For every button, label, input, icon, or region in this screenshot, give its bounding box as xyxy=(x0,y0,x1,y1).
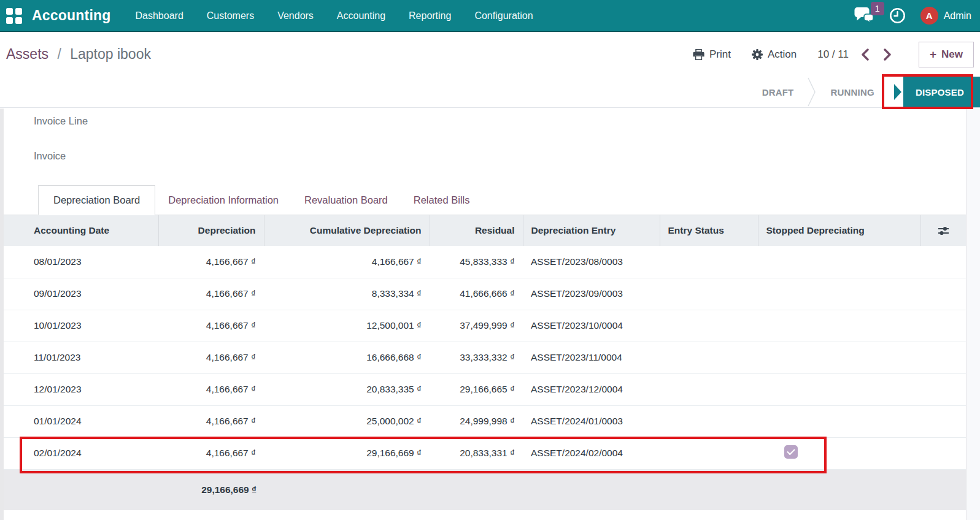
cell-accounting-date[interactable]: 01/01/2024 xyxy=(4,405,158,437)
cell-stopped-depreciating[interactable] xyxy=(758,246,920,278)
menu-item-accounting[interactable]: Accounting xyxy=(337,10,385,21)
stopped-depreciating-checkbox[interactable] xyxy=(784,445,798,459)
cell-residual[interactable]: 33,333,332 ₫ xyxy=(430,342,523,373)
cell-stopped-depreciating[interactable] xyxy=(758,342,920,373)
tab-revaluation-board[interactable]: Revaluation Board xyxy=(291,186,401,215)
table-row[interactable]: 01/01/2024 4,166,667 ₫ 25,000,002 ₫ 24,9… xyxy=(4,405,966,437)
apps-menu-icon[interactable] xyxy=(6,8,22,24)
pager-next-button[interactable] xyxy=(882,47,893,62)
pager: 10 / 11 xyxy=(817,47,893,62)
cell-cumulative-depreciation[interactable]: 25,000,002 ₫ xyxy=(264,405,430,437)
activities-clock-icon[interactable] xyxy=(889,7,906,24)
print-button[interactable]: Print xyxy=(693,48,731,61)
column-depreciation-entry[interactable]: Depreciation Entry xyxy=(523,215,660,246)
cell-depreciation-entry[interactable]: ASSET/2023/11/0004 xyxy=(523,342,660,373)
cell-depreciation[interactable]: 4,166,667 ₫ xyxy=(158,310,264,342)
cell-residual[interactable]: 45,833,333 ₫ xyxy=(430,246,523,278)
table-row[interactable]: 08/01/2023 4,166,667 ₫ 4,166,667 ₫ 45,83… xyxy=(4,246,966,278)
table-row[interactable]: 10/01/2023 4,166,667 ₫ 12,500,001 ₫ 37,4… xyxy=(4,310,966,342)
optional-columns-button[interactable] xyxy=(920,215,966,246)
messages-button[interactable]: 1 xyxy=(854,7,874,25)
action-button[interactable]: Action xyxy=(752,48,797,61)
cell-cumulative-depreciation[interactable]: 8,333,334 ₫ xyxy=(264,278,430,310)
cell-accounting-date[interactable]: 09/01/2023 xyxy=(4,278,158,310)
cell-accounting-date[interactable]: 10/01/2023 xyxy=(4,310,158,342)
cell-depreciation-entry[interactable]: ASSET/2024/02/0004 xyxy=(523,437,660,469)
cell-entry-status[interactable] xyxy=(660,310,758,342)
cell-residual[interactable]: 24,999,998 ₫ xyxy=(430,405,523,437)
chevron-left-icon xyxy=(861,48,870,61)
cell-residual[interactable]: 41,666,666 ₫ xyxy=(430,278,523,310)
state-disposed[interactable]: DISPOSED xyxy=(903,77,980,108)
cell-residual[interactable]: 20,833,331 ₫ xyxy=(430,437,523,469)
cell-stopped-depreciating[interactable] xyxy=(758,373,920,405)
cell-cumulative-depreciation[interactable]: 20,833,335 ₫ xyxy=(264,373,430,405)
cell-stopped-depreciating[interactable] xyxy=(758,405,920,437)
cell-entry-status[interactable] xyxy=(660,278,758,310)
cell-depreciation[interactable]: 4,166,667 ₫ xyxy=(158,246,264,278)
cell-stopped-depreciating[interactable] xyxy=(758,310,920,342)
cell-accounting-date[interactable]: 12/01/2023 xyxy=(4,373,158,405)
cell-depreciation[interactable]: 4,166,667 ₫ xyxy=(158,437,264,469)
column-depreciation[interactable]: Depreciation xyxy=(158,215,264,246)
cell-accounting-date[interactable]: 11/01/2023 xyxy=(4,342,158,373)
cell-cumulative-depreciation[interactable]: 4,166,667 ₫ xyxy=(264,246,430,278)
cell-accounting-date[interactable]: 08/01/2023 xyxy=(4,246,158,278)
statusbar: DRAFT RUNNING DISPOSED xyxy=(0,77,980,108)
cell-residual[interactable]: 29,166,665 ₫ xyxy=(430,373,523,405)
cell-accounting-date[interactable]: 02/01/2024 xyxy=(4,437,158,469)
column-residual[interactable]: Residual xyxy=(430,215,523,246)
user-menu[interactable]: A Admin xyxy=(920,7,971,25)
table-row[interactable]: 11/01/2023 4,166,667 ₫ 16,666,668 ₫ 33,3… xyxy=(4,342,966,373)
printer-icon xyxy=(693,49,704,60)
column-stopped-depreciating[interactable]: Stopped Depreciating xyxy=(758,215,920,246)
cell-depreciation[interactable]: 4,166,667 ₫ xyxy=(158,405,264,437)
breadcrumb-assets-link[interactable]: Assets xyxy=(6,46,48,62)
sheet-right-gutter[interactable] xyxy=(966,109,980,520)
state-draft[interactable]: DRAFT xyxy=(749,87,808,98)
table-row[interactable]: 12/01/2023 4,166,667 ₫ 20,833,335 ₫ 29,1… xyxy=(4,373,966,405)
cell-depreciation[interactable]: 4,166,667 ₫ xyxy=(158,342,264,373)
table-row[interactable]: 09/01/2023 4,166,667 ₫ 8,333,334 ₫ 41,66… xyxy=(4,278,966,310)
chevron-right-icon xyxy=(883,48,892,61)
cell-depreciation-entry[interactable]: ASSET/2023/09/0003 xyxy=(523,278,660,310)
cell-entry-status[interactable] xyxy=(660,437,758,469)
menu-item-reporting[interactable]: Reporting xyxy=(409,10,451,21)
cell-entry-status[interactable] xyxy=(660,373,758,405)
tab-depreciation-board[interactable]: Depreciation Board xyxy=(38,185,155,215)
top-navbar: Accounting Dashboard Customers Vendors A… xyxy=(0,0,980,32)
cell-cumulative-depreciation[interactable]: 29,166,669 ₫ xyxy=(264,437,430,469)
cell-entry-status[interactable] xyxy=(660,246,758,278)
menu-item-customers[interactable]: Customers xyxy=(207,10,254,21)
cell-cumulative-depreciation[interactable]: 12,500,001 ₫ xyxy=(264,310,430,342)
cell-residual[interactable]: 37,499,999 ₫ xyxy=(430,310,523,342)
cell-depreciation-entry[interactable]: ASSET/2023/12/0004 xyxy=(523,373,660,405)
cell-depreciation[interactable]: 4,166,667 ₫ xyxy=(158,373,264,405)
gear-icon xyxy=(752,49,763,60)
cell-depreciation-entry[interactable]: ASSET/2023/08/0003 xyxy=(523,246,660,278)
pager-previous-button[interactable] xyxy=(860,47,871,62)
column-accounting-date[interactable]: Accounting Date xyxy=(4,215,158,246)
cell-options xyxy=(920,342,966,373)
table-row[interactable]: 02/01/2024 4,166,667 ₫ 29,166,669 ₫ 20,8… xyxy=(4,437,966,469)
column-entry-status[interactable]: Entry Status xyxy=(660,215,758,246)
column-cumulative-depreciation[interactable]: Cumulative Depreciation xyxy=(264,215,430,246)
cell-depreciation-entry[interactable]: ASSET/2023/10/0004 xyxy=(523,310,660,342)
cell-depreciation-entry[interactable]: ASSET/2024/01/0003 xyxy=(523,405,660,437)
cell-stopped-depreciating[interactable] xyxy=(758,437,920,469)
state-running[interactable]: RUNNING xyxy=(817,87,887,98)
menu-item-vendors[interactable]: Vendors xyxy=(277,10,314,21)
new-button[interactable]: + New xyxy=(919,42,974,67)
cell-entry-status[interactable] xyxy=(660,342,758,373)
cell-stopped-depreciating[interactable] xyxy=(758,278,920,310)
invoice-field-label: Invoice xyxy=(34,150,980,162)
menu-item-dashboard[interactable]: Dashboard xyxy=(136,10,183,21)
cell-cumulative-depreciation[interactable]: 16,666,668 ₫ xyxy=(264,342,430,373)
cell-depreciation[interactable]: 4,166,667 ₫ xyxy=(158,278,264,310)
tab-depreciation-information[interactable]: Depreciation Information xyxy=(155,186,291,215)
cell-entry-status[interactable] xyxy=(660,405,758,437)
tab-related-bills[interactable]: Related Bills xyxy=(401,186,483,215)
depreciation-board-table: Accounting Date Depreciation Cumulative … xyxy=(4,215,966,470)
menu-item-configuration[interactable]: Configuration xyxy=(474,10,533,21)
sliders-icon xyxy=(938,226,949,235)
